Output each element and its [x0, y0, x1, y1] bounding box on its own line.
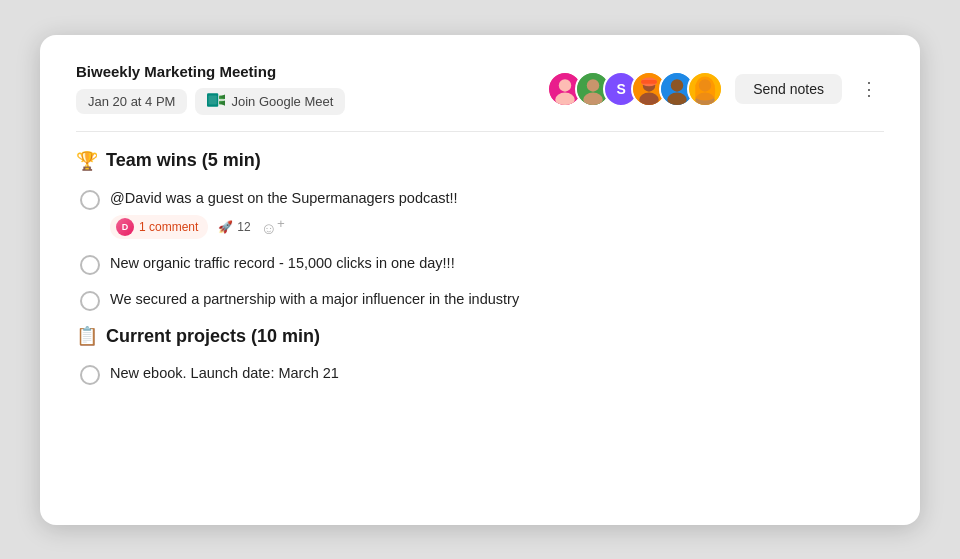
- section-current-projects-title: 📋 Current projects (10 min): [76, 325, 884, 347]
- more-options-button[interactable]: ⋮: [854, 74, 884, 104]
- comment-count-1: 1 comment: [139, 220, 198, 234]
- header-meta: Jan 20 at 4 PM Join Google Meet: [76, 88, 547, 115]
- agenda-item-1: @David was a guest on the Supermanagers …: [76, 188, 884, 240]
- reaction-badge-1[interactable]: 🚀 12: [218, 220, 250, 234]
- item-text-2: New organic traffic record - 15,000 clic…: [110, 253, 455, 275]
- svg-point-8: [555, 92, 575, 106]
- meeting-card: Biweekly Marketing Meeting Jan 20 at 4 P…: [40, 35, 920, 525]
- section-team-wins: 🏆 Team wins (5 min) @David was a guest o…: [76, 150, 884, 312]
- agenda-item-4: New ebook. Launch date: March 21: [76, 363, 884, 385]
- join-google-meet-label: Join Google Meet: [231, 94, 333, 109]
- svg-point-11: [583, 92, 603, 106]
- item-text-1: @David was a guest on the Supermanagers …: [110, 188, 458, 210]
- section-current-projects: 📋 Current projects (10 min) New ebook. L…: [76, 325, 884, 385]
- agenda-item-2: New organic traffic record - 15,000 clic…: [76, 253, 884, 275]
- avatars-group: S: [547, 71, 723, 107]
- date-badge: Jan 20 at 4 PM: [76, 89, 187, 114]
- svg-point-10: [587, 79, 599, 91]
- header-left: Biweekly Marketing Meeting Jan 20 at 4 P…: [76, 63, 547, 115]
- rocket-icon: 🚀: [218, 220, 233, 234]
- item-checkbox-1[interactable]: [80, 190, 100, 210]
- notebook-icon: 📋: [76, 325, 98, 347]
- more-icon: ⋮: [860, 78, 878, 100]
- item-checkbox-3[interactable]: [80, 291, 100, 311]
- svg-point-18: [671, 79, 683, 91]
- header-divider: [76, 131, 884, 132]
- card-header: Biweekly Marketing Meeting Jan 20 at 4 P…: [76, 63, 884, 115]
- header-right: S: [547, 71, 884, 107]
- item-meta-1: D 1 comment 🚀 12 ☺+: [110, 215, 458, 239]
- item-content-1: @David was a guest on the Supermanagers …: [110, 188, 458, 240]
- trophy-icon: 🏆: [76, 150, 98, 172]
- svg-point-7: [559, 79, 571, 91]
- svg-point-14: [639, 92, 659, 106]
- item-checkbox-2[interactable]: [80, 255, 100, 275]
- send-notes-button[interactable]: Send notes: [735, 74, 842, 104]
- join-google-meet-button[interactable]: Join Google Meet: [195, 88, 345, 115]
- svg-point-19: [667, 92, 687, 106]
- item-text-3: We secured a partnership with a major in…: [110, 289, 519, 311]
- section-team-wins-title: 🏆 Team wins (5 min): [76, 150, 884, 172]
- item-checkbox-4[interactable]: [80, 365, 100, 385]
- comment-badge-1[interactable]: D 1 comment: [110, 215, 208, 239]
- reaction-count-1: 12: [237, 220, 250, 234]
- comment-avatar-icon: D: [116, 218, 134, 236]
- avatar-6: [687, 71, 723, 107]
- svg-rect-16: [641, 80, 657, 84]
- add-reaction-button[interactable]: ☺+: [261, 216, 285, 238]
- agenda-item-3: We secured a partnership with a major in…: [76, 289, 884, 311]
- svg-rect-5: [209, 95, 217, 104]
- google-meet-icon: [207, 93, 225, 110]
- item-text-4: New ebook. Launch date: March 21: [110, 363, 339, 385]
- meeting-title: Biweekly Marketing Meeting: [76, 63, 547, 80]
